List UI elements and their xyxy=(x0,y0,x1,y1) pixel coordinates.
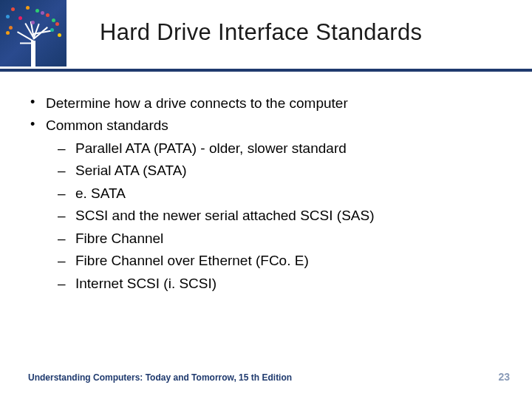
list-item: Internet SCSI (i. SCSI) xyxy=(28,273,502,294)
list-item: Serial ATA (SATA) xyxy=(28,160,502,181)
page-number: 23 xyxy=(498,371,510,383)
list-item: Fibre Channel xyxy=(28,228,502,249)
list-item: Fibre Channel over Ethernet (FCo. E) xyxy=(28,250,502,271)
list-item: SCSI and the newer serial attached SCSI … xyxy=(28,205,502,226)
tree-logo-icon xyxy=(0,0,66,66)
header: Hard Drive Interface Standards xyxy=(0,0,532,74)
content-area: Determine how a drive connects to the co… xyxy=(28,92,502,295)
slide-title: Hard Drive Interface Standards xyxy=(100,19,422,46)
list-item: e. SATA xyxy=(28,183,502,204)
footer-text: Understanding Computers: Today and Tomor… xyxy=(28,372,292,383)
header-divider xyxy=(0,69,532,72)
list-item: Common standards xyxy=(28,115,502,136)
slide: Hard Drive Interface Standards Determine… xyxy=(0,0,532,399)
list-item: Parallel ATA (PATA) - older, slower stan… xyxy=(28,137,502,159)
list-item: Determine how a drive connects to the co… xyxy=(28,92,502,114)
